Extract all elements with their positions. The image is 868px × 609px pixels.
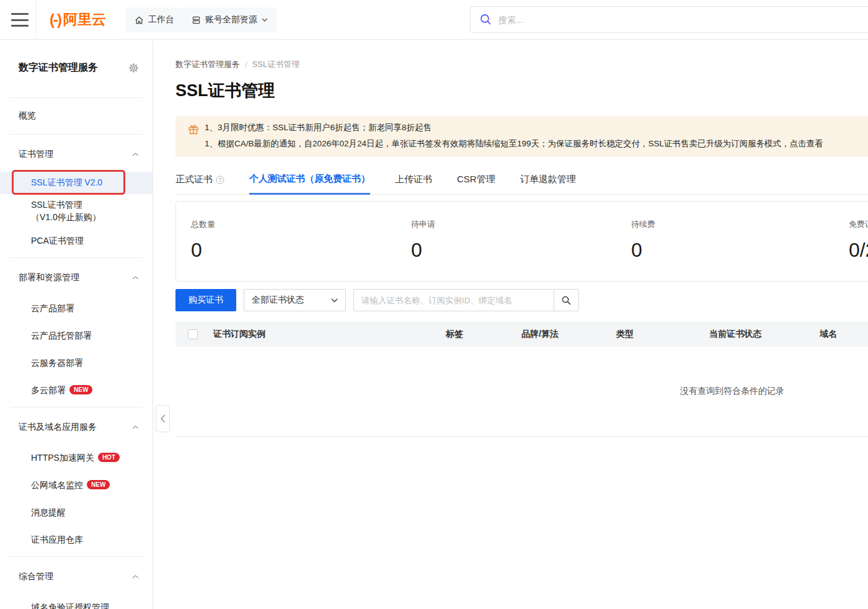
sidebar-group-label: 部署和资源管理 [19,272,79,283]
sidebar-group-deploy-resources[interactable]: 部署和资源管理 [0,260,153,295]
gear-icon[interactable] [128,63,139,73]
topbar-divider [35,0,36,39]
cert-search-input[interactable] [354,290,554,311]
tab-label: 订单退款管理 [520,174,576,185]
chevron-down-icon [262,18,268,22]
chevron-up-icon [132,425,139,429]
cert-status-filter-value: 全部证书状态 [252,295,304,306]
sidebar-item-ssl-cert-v1[interactable]: SSL证书管理 （V1.0停止新购） [0,194,153,228]
tab-label: 上传证书 [395,174,432,185]
workbench-button[interactable]: 工作台 [126,7,183,32]
sidebar-group-label: 综合管理 [19,571,53,582]
hamburger-menu-icon[interactable] [11,13,29,27]
stat-value: 0 [191,239,215,262]
sidebar-divider [10,556,143,557]
sidebar-item-cloud-product-deploy[interactable]: 云产品部署 [0,295,153,322]
sidebar: 数字证书管理服务 概览 证书管理 SSL证书管理 V2.0 SSL证书管理 （V… [0,40,153,609]
column-header-brand-algorithm: 品牌/算法 [521,329,616,340]
svg-text:?: ? [219,177,222,183]
sidebar-group-cert-management[interactable]: 证书管理 [0,137,153,172]
search-icon [561,295,572,306]
column-header-instance: 证书订阅实例 [213,329,446,340]
sidebar-item-https-gateway[interactable]: HTTPS加速网关HOT [0,445,153,472]
sidebar-item-label: SSL证书管理 [31,198,82,211]
workbench-label: 工作台 [148,14,174,25]
tab-label: 个人测试证书（原免费证书） [249,173,370,185]
tab-label: 正式证书 [175,174,213,185]
tab-upload-cert[interactable]: 上传证书 [395,173,432,194]
sidebar-item-message-notify[interactable]: 消息提醒 [0,499,153,527]
tab-formal-cert[interactable]: 正式证书 ? [175,173,224,194]
sidebar-group-label: 证书管理 [19,149,53,160]
sidebar-item-overview[interactable]: 概览 [0,100,153,131]
tab-bar: 正式证书 ? 个人测试证书（原免费证书） 上传证书 CSR管理 订单退款管理 [175,173,868,195]
cert-status-filter[interactable]: 全部证书状态 [244,289,346,311]
sidebar-item-domain-monitor[interactable]: 公网域名监控NEW [0,472,153,499]
gift-icon [188,124,199,135]
table-header: 证书订阅实例 标签 品牌/算法 类型 当前证书状态 域名 [175,322,868,347]
aliyun-logo-text: 阿里云 [63,10,106,29]
breadcrumb: 数字证书管理服务 / SSL证书管理 [175,59,868,70]
sidebar-item-label: PCA证书管理 [31,236,84,247]
cert-search-button[interactable] [554,290,578,311]
sidebar-item-cert-repo[interactable]: 证书应用仓库 [0,527,153,554]
empty-state-text: 没有查询到符合条件的记录 [680,386,784,397]
sidebar-item-label: 证书应用仓库 [31,535,83,546]
breadcrumb-root[interactable]: 数字证书管理服务 [175,59,240,70]
column-header-domain: 域名 [820,329,868,340]
sidebar-divider [10,257,143,258]
global-search-input[interactable] [498,15,868,25]
breadcrumb-current: SSL证书管理 [252,59,300,70]
sidebar-item-label: 云产品部署 [31,303,74,314]
sidebar-title-row: 数字证书管理服务 [0,40,153,95]
sidebar-item-sublabel: （V1.0停止新购） [31,211,101,223]
cert-search-group [353,289,579,311]
column-header-type: 类型 [616,329,709,340]
sidebar-group-label: 证书及域名应用服务 [19,422,97,433]
sidebar-group-cert-domain-services[interactable]: 证书及域名应用服务 [0,410,153,445]
aliyun-logo[interactable]: (-) 阿里云 [50,0,106,39]
account-resources-label: 账号全部资源 [205,14,257,25]
stat-value: 0/20 [849,239,868,262]
sidebar-item-label: 公网域名监控NEW [31,480,110,491]
stat-free-cert: 免费证书 0/20 [849,219,868,262]
account-resources-button[interactable]: 账号全部资源 [183,7,277,32]
sidebar-item-multicloud-deploy[interactable]: 多云部署NEW [0,377,153,404]
sidebar-item-label: SSL证书管理 V2.0 [31,177,102,189]
sidebar-item-label: 消息提醒 [31,507,66,518]
tab-order-refund[interactable]: 订单退款管理 [520,173,576,194]
hot-badge: HOT [98,453,120,462]
breadcrumb-separator: / [245,60,247,69]
buy-cert-button[interactable]: 购买证书 [175,289,236,311]
sidebar-item-label: 云产品托管部署 [31,331,92,342]
chevron-up-icon [132,153,139,156]
sidebar-item-label: HTTPS加速网关HOT [31,453,120,464]
stat-total: 总数量 0 [191,219,215,262]
top-bar: (-) 阿里云 工作台 账号全部资源 [0,0,868,40]
chevron-up-icon [132,575,139,579]
new-badge: NEW [87,480,110,489]
sidebar-item-pca-cert[interactable]: PCA证书管理 [0,228,153,255]
home-icon [135,16,144,25]
sidebar-collapse-button[interactable] [156,405,170,432]
tab-csr-management[interactable]: CSR管理 [457,173,495,194]
stat-label: 待申请 [411,219,435,230]
new-badge: NEW [69,385,92,394]
sidebar-item-domain-auth[interactable]: 域名免验证授权管理 [0,594,153,609]
sidebar-divider [10,134,143,135]
stat-pending-apply: 待申请 0 [411,219,435,262]
tab-personal-test-cert[interactable]: 个人测试证书（原免费证书） [249,173,370,195]
chevron-down-icon [331,298,338,303]
sidebar-item-server-deploy[interactable]: 云服务器部署 [0,350,153,377]
stats-card: 总数量 0 待申请 0 待续费 0 免费证书 0/20 [175,201,868,282]
sidebar-item-hosted-deploy[interactable]: 云产品托管部署 [0,322,153,350]
aliyun-logo-mark: (-) [50,11,61,29]
sidebar-item-ssl-cert-v2[interactable]: SSL证书管理 V2.0 [0,172,153,194]
sidebar-group-general-management[interactable]: 综合管理 [0,559,153,594]
tab-label: CSR管理 [457,174,495,185]
help-icon[interactable]: ? [216,176,224,184]
global-search-box[interactable] [470,6,868,33]
sidebar-item-label: 概览 [19,110,36,122]
stat-value: 0 [411,239,435,262]
select-all-checkbox[interactable] [188,329,198,339]
